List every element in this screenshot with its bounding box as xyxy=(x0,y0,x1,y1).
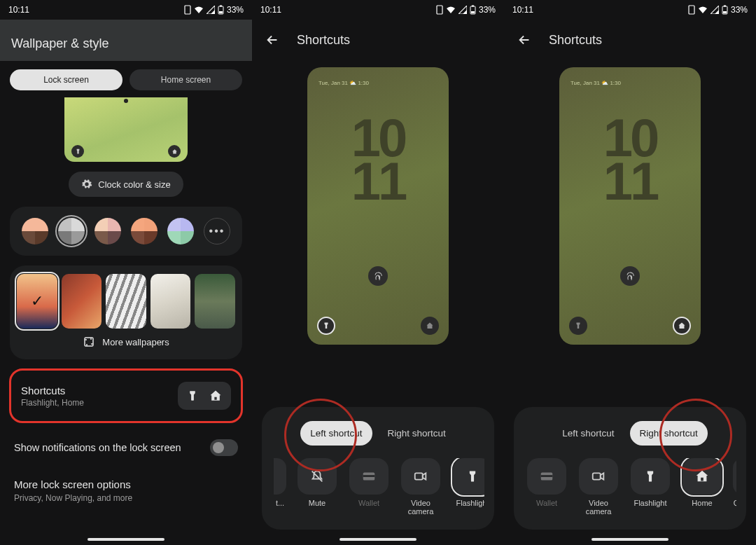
tab-left-shortcut[interactable]: Left shortcut xyxy=(300,421,372,446)
arrow-left-icon xyxy=(517,32,532,48)
svg-rect-2 xyxy=(220,6,222,7)
notifications-toggle-row[interactable]: Show notifications on the lock screen xyxy=(0,422,252,459)
wallpaper-thumb-3[interactable] xyxy=(106,274,146,329)
svg-rect-4 xyxy=(85,338,93,346)
flashlight-icon xyxy=(186,389,199,403)
more-colors-button[interactable]: ••• xyxy=(204,218,230,244)
tab-right-shortcut[interactable]: Right shortcut xyxy=(630,421,708,446)
nav-handle[interactable] xyxy=(592,538,668,541)
preview-clock: 10 11 xyxy=(307,116,449,204)
svg-rect-10 xyxy=(363,475,375,477)
home-icon xyxy=(209,389,223,403)
svg-rect-3 xyxy=(219,11,223,13)
battery-pct: 33% xyxy=(227,5,244,15)
color-swatch-1[interactable] xyxy=(22,218,48,244)
option-partial[interactable] xyxy=(274,458,286,495)
shortcuts-subtitle: Flashlight, Home xyxy=(21,398,84,408)
tab-left-shortcut[interactable]: Left shortcut xyxy=(552,421,624,446)
option-video-camera[interactable] xyxy=(579,458,618,495)
option-qr-partial[interactable] xyxy=(733,458,736,495)
shortcuts-row[interactable]: Shortcuts Flashlight, Home xyxy=(10,369,242,422)
color-swatch-2[interactable] xyxy=(58,218,85,244)
back-button[interactable] xyxy=(265,32,281,48)
wallpaper-thumb-1[interactable] xyxy=(17,274,57,329)
more-wallpapers-button[interactable]: More wallpapers xyxy=(17,336,235,348)
signal-icon xyxy=(206,6,215,14)
shortcut-picker-panel: Left shortcut Right shortcut t... Mute W… xyxy=(262,407,494,530)
flashlight-icon xyxy=(643,469,657,484)
wallpaper-icon xyxy=(83,336,95,348)
video-camera-icon xyxy=(413,469,428,484)
page-title: Wallpaper & style xyxy=(0,20,252,61)
status-bar: 10:11 33% xyxy=(0,0,252,20)
nav-handle[interactable] xyxy=(88,538,164,541)
mute-icon xyxy=(309,469,325,484)
svg-rect-5 xyxy=(437,6,442,14)
battery-pct: 33% xyxy=(479,5,496,15)
status-time: 10:11 xyxy=(260,5,281,15)
option-wallet[interactable] xyxy=(349,458,388,495)
option-flashlight[interactable] xyxy=(453,458,484,495)
option-mute[interactable] xyxy=(298,458,337,495)
wallpaper-thumb-5[interactable] xyxy=(195,274,235,329)
notifications-toggle[interactable] xyxy=(210,439,238,456)
nav-handle[interactable] xyxy=(340,538,416,541)
preview-right-shortcut xyxy=(673,317,691,335)
preview-left-shortcut xyxy=(317,317,335,335)
battery-icon xyxy=(722,5,728,15)
option-video-camera[interactable] xyxy=(401,458,440,495)
wifi-icon xyxy=(194,6,204,14)
svg-rect-8 xyxy=(471,11,475,13)
svg-rect-0 xyxy=(185,6,190,14)
option-flashlight[interactable] xyxy=(631,458,670,495)
page-title: Shortcuts xyxy=(297,33,350,48)
battery-pct: 33% xyxy=(731,5,748,15)
status-bar: 10:11 33% xyxy=(504,0,756,20)
fingerprint-icon xyxy=(620,266,640,286)
more-lock-options-row[interactable]: More lock screen options Privacy, Now Pl… xyxy=(0,459,252,503)
tab-home-screen[interactable]: Home screen xyxy=(130,69,242,90)
tab-lock-screen[interactable]: Lock screen xyxy=(10,69,122,90)
wallet-icon xyxy=(539,469,554,484)
status-icons: 33% xyxy=(688,5,748,15)
screen-shortcuts-right: 10:11 33% Shortcuts Tue, Jan 31 ⛅ 1:30 1… xyxy=(504,0,756,545)
color-palette-panel: ••• xyxy=(10,207,242,256)
preview-home-icon xyxy=(168,145,181,158)
svg-rect-17 xyxy=(541,475,553,477)
lock-screen-preview: Tue, Jan 31 ⛅ 1:30 10 11 xyxy=(559,67,701,345)
tab-right-shortcut[interactable]: Right shortcut xyxy=(378,421,456,446)
signal-icon xyxy=(710,6,719,14)
flashlight-icon xyxy=(465,469,479,484)
shortcuts-title: Shortcuts xyxy=(21,385,84,396)
svg-rect-14 xyxy=(724,6,726,7)
wallpaper-thumb-4[interactable] xyxy=(150,274,191,329)
back-button[interactable] xyxy=(517,32,533,48)
battery-icon xyxy=(218,5,224,15)
color-swatch-3[interactable] xyxy=(94,218,121,244)
screen-wallpaper-style: 10:11 33% Wallpaper & style Lock screen … xyxy=(0,0,252,545)
option-home[interactable] xyxy=(682,458,722,495)
wifi-icon xyxy=(698,6,708,14)
page-title: Shortcuts xyxy=(549,33,602,48)
color-swatch-5[interactable] xyxy=(167,218,194,244)
preview-right-shortcut xyxy=(421,317,439,335)
wallpaper-thumb-2[interactable] xyxy=(62,274,102,329)
option-wallet[interactable] xyxy=(527,458,566,495)
clock-color-size-button[interactable]: Clock color & size xyxy=(69,172,183,197)
svg-rect-12 xyxy=(689,6,694,14)
preview-flashlight-icon xyxy=(71,145,84,158)
arrow-left-icon xyxy=(265,32,280,48)
screen-tabs: Lock screen Home screen xyxy=(0,61,252,97)
color-swatch-4[interactable] xyxy=(131,218,158,244)
status-icons: 33% xyxy=(184,5,244,15)
wallpaper-panel: More wallpapers xyxy=(10,265,242,359)
screen-shortcuts-left: 10:11 33% Shortcuts Tue, Jan 31 ⛅ 1:30 1… xyxy=(252,0,504,545)
signal-icon xyxy=(458,6,467,14)
video-camera-icon xyxy=(591,469,606,484)
status-time: 10:11 xyxy=(8,5,29,15)
wifi-icon xyxy=(446,6,456,14)
preview-left-shortcut xyxy=(569,317,587,335)
svg-rect-15 xyxy=(723,11,727,13)
shortcuts-icon-preview xyxy=(178,382,231,410)
device-icon xyxy=(184,5,191,15)
